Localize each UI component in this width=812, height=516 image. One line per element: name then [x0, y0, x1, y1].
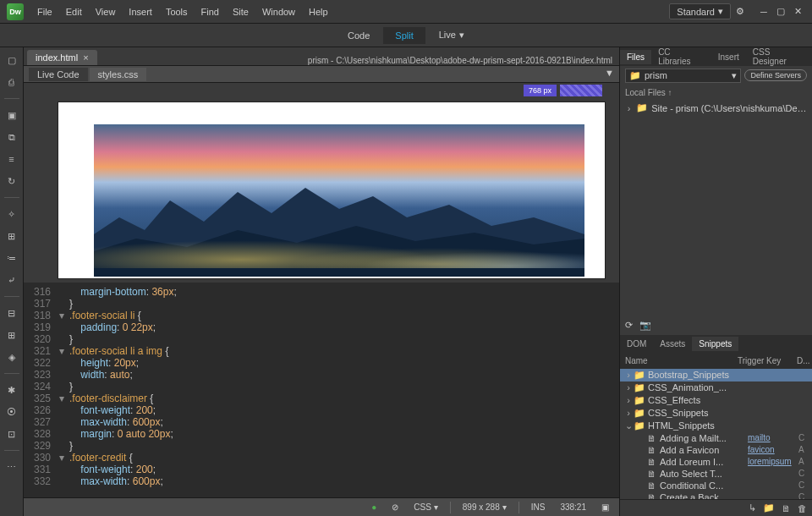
panel-tab-cc-libraries[interactable]: CC Libraries [651, 45, 711, 69]
close-button[interactable]: ✕ [790, 6, 805, 18]
code-line[interactable]: 321▾.footer-social li a img { [24, 345, 619, 357]
view-code[interactable]: Code [336, 27, 381, 44]
delete-icon[interactable]: 🗑 [798, 503, 807, 513]
snippet-file[interactable]: 🗎Conditional C...C [620, 480, 812, 491]
snippets-tree[interactable]: ›📁Bootstrap_Snippets›📁CSS_Animation_...›… [620, 369, 812, 500]
snippet-folder[interactable]: ›📁CSS_Effects [620, 394, 812, 407]
site-dropdown[interactable]: 📁 prism ▾ [625, 69, 741, 83]
subtab-livecode[interactable]: Live Code [29, 68, 88, 81]
camera-icon[interactable]: 📷 [639, 320, 651, 331]
status-ok-icon[interactable]: ● [368, 502, 380, 512]
refresh-icon[interactable]: ⟳ [625, 320, 633, 331]
live-preview[interactable] [58, 102, 606, 279]
preview-icon[interactable]: ⦿ [4, 404, 19, 420]
site-root-row[interactable]: › 📁 Site - prism (C:\Users\nishkuma\Desk… [625, 102, 807, 114]
maximize-button[interactable]: ▢ [773, 6, 788, 18]
selection-icon[interactable]: ▣ [4, 107, 19, 123]
snippet-file[interactable]: 🗎Adding a Mailt...mailtoC [620, 432, 812, 444]
format-icon[interactable]: ⊞ [4, 228, 19, 244]
breakpoint-marker[interactable]: 768 px [524, 85, 557, 96]
view-split[interactable]: Split [383, 27, 425, 44]
indent-icon[interactable]: ≡ [4, 151, 19, 167]
navigate-icon[interactable]: ◈ [4, 349, 19, 365]
snippet-file[interactable]: 🗎Create a Back...C [620, 491, 812, 500]
collapse-icon[interactable]: ⊟ [4, 305, 19, 321]
panel-tab-dom[interactable]: DOM [620, 337, 653, 351]
files-tree[interactable]: › 📁 Site - prism (C:\Users\nishkuma\Desk… [620, 100, 812, 116]
snippet-folder[interactable]: ⌄📁HTML_Snippets [620, 420, 812, 432]
sync-settings-icon[interactable]: ⚙ [736, 6, 744, 17]
document-tabbar: index.html × prism - C:\Users\nishkuma\D… [24, 47, 619, 66]
filter-icon[interactable]: ▼ [605, 68, 614, 78]
document-tab[interactable]: index.html × [27, 50, 97, 65]
code-line[interactable]: 326 font-weight: 200; [24, 404, 619, 416]
menu-insert[interactable]: Insert [122, 3, 159, 20]
view-live[interactable]: Live▾ [427, 26, 476, 44]
code-line[interactable]: 329} [24, 440, 619, 452]
snippet-folder[interactable]: ›📁Bootstrap_Snippets [620, 369, 812, 382]
file-icon[interactable]: ▢ [4, 52, 19, 68]
files-header-local[interactable]: Local Files ↑ [620, 85, 812, 100]
col-d[interactable]: D... [797, 356, 807, 365]
minimize-button[interactable]: ─ [756, 6, 771, 18]
expand-icon[interactable]: ⊞ [4, 327, 19, 343]
code-line[interactable]: 316 margin-bottom: 36px; [24, 286, 619, 298]
lint-icon[interactable]: ✱ [4, 382, 19, 398]
menu-edit[interactable]: Edit [59, 3, 89, 20]
col-trigger[interactable]: Trigger Key [738, 356, 797, 365]
panel-tab-files[interactable]: Files [620, 50, 651, 64]
menu-tools[interactable]: Tools [159, 3, 195, 20]
snippet-file[interactable]: 🗎Auto Select T...C [620, 468, 812, 480]
col-name[interactable]: Name [625, 356, 738, 365]
code-line[interactable]: 324} [24, 381, 619, 392]
panel-tab-css-designer[interactable]: CSS Designer [746, 45, 812, 69]
status-error-icon[interactable]: ⊘ [388, 502, 402, 512]
status-insert-mode[interactable]: INS [528, 502, 549, 512]
status-dimensions[interactable]: 899 x 288 ▾ [459, 502, 510, 512]
snippet-file[interactable]: 🗎Add a FaviconfaviconA [620, 444, 812, 456]
manage-icon[interactable]: ⎙ [4, 74, 19, 90]
code-line[interactable]: 331 font-weight: 200; [24, 464, 619, 475]
code-line[interactable]: 317} [24, 298, 619, 310]
select-parent-icon[interactable]: ✧ [4, 206, 19, 222]
code-line[interactable]: 327 max-width: 600px; [24, 416, 619, 428]
menu-file[interactable]: File [30, 3, 59, 20]
breakpoint-ruler[interactable]: 768 px [24, 83, 619, 98]
panel-tab-assets[interactable]: Assets [653, 337, 692, 351]
panel-tab-insert[interactable]: Insert [711, 50, 746, 64]
menu-site[interactable]: Site [226, 3, 255, 20]
wrap-icon[interactable]: ⤶ [4, 272, 19, 288]
menu-view[interactable]: View [89, 3, 123, 20]
status-device-icon[interactable]: ▣ [598, 502, 612, 512]
code-line[interactable]: 332 max-width: 600px; [24, 475, 619, 487]
more-icon[interactable]: ⋯ [4, 459, 19, 475]
code-line[interactable]: 322 height: 20px; [24, 357, 619, 369]
menu-help[interactable]: Help [302, 3, 335, 20]
code-line[interactable]: 328 margin: 0 auto 20px; [24, 428, 619, 440]
new-folder-icon[interactable]: 📁 [763, 502, 775, 513]
code-line[interactable]: 323 width: auto; [24, 369, 619, 381]
panel-tab-snippets[interactable]: Snippets [692, 337, 738, 351]
code-line[interactable]: 318▾.footer-social li { [24, 310, 619, 321]
code-line[interactable]: 320} [24, 333, 619, 345]
snippet-folder[interactable]: ›📁CSS_Snippets [620, 407, 812, 420]
snippet-file[interactable]: 🗎Add Loreum I...loremipsumA [620, 456, 812, 468]
menu-window[interactable]: Window [255, 3, 302, 20]
define-servers-button[interactable]: Define Servers [744, 69, 807, 81]
code-icon[interactable]: ⧉ [4, 129, 19, 145]
code-line[interactable]: 325▾.footer-disclaimer { [24, 392, 619, 404]
new-snippet-icon[interactable]: 🗎 [782, 503, 791, 513]
code-editor[interactable]: 316 margin-bottom: 36px;317}318▾.footer-… [24, 283, 619, 497]
close-icon[interactable]: × [83, 52, 88, 63]
workspace-switcher[interactable]: Standard ▾ [669, 3, 731, 19]
snippet-folder[interactable]: ›📁CSS_Animation_... [620, 382, 812, 394]
refresh-icon[interactable]: ↻ [4, 173, 19, 189]
inspect-icon[interactable]: ⊡ [4, 426, 19, 442]
status-lang[interactable]: CSS ▾ [410, 502, 442, 512]
subtab-styles[interactable]: styles.css [90, 68, 147, 81]
comment-icon[interactable]: ≔ [4, 250, 19, 266]
code-line[interactable]: 330▾.footer-credit { [24, 452, 619, 464]
menu-find[interactable]: Find [195, 3, 226, 20]
code-line[interactable]: 319 padding: 0 22px; [24, 321, 619, 333]
insert-icon[interactable]: ↳ [749, 502, 756, 513]
